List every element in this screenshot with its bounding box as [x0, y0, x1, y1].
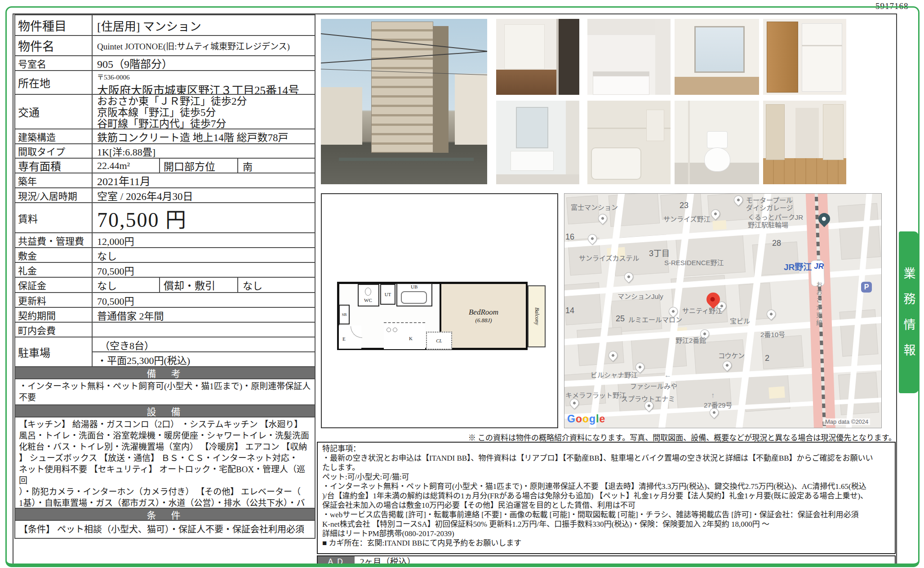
parking-availability: （空き8台）	[93, 337, 315, 352]
photo-corridor	[763, 101, 846, 184]
section-header-remarks: 備 考	[15, 367, 315, 379]
parking-fee: ・平面25,300円(税込)	[93, 352, 315, 367]
row-value: 905（9階部分）	[93, 56, 315, 70]
toilet-bowl	[704, 147, 730, 172]
table-row: 敷金 なし	[15, 248, 315, 263]
row-label: 償却・敷引	[160, 278, 238, 292]
ad-row: ＡＤ 2ヶ月（税込）	[317, 555, 896, 566]
door-arc	[351, 326, 362, 338]
disclaimer-note: ※ この資料は物件の概略紹介資料になります。写真、間取図面、設備、概要などが現況…	[321, 431, 896, 443]
access-line: 京阪本線「野江」徒歩5分	[97, 107, 310, 118]
section-remarks: ・インターネット無料・ペット飼育可(小型犬・猫1匹まで)・原則連帯保証人 不要	[15, 379, 315, 405]
floor-plan-ut: UT	[380, 284, 395, 305]
row-label: 礼金	[15, 263, 93, 277]
row-label: 交通	[15, 95, 93, 129]
map-label: モータープール ダイシガレージ	[746, 196, 793, 212]
map-label: 2番10号	[760, 331, 785, 338]
row-label: 更新料	[15, 293, 93, 307]
table-row: 物件名 Quintet JOTONOE(旧:サムティ城東野江レジデンス)	[15, 36, 315, 56]
row-label: 開口部方位	[160, 159, 238, 173]
floor-plan-sb: SB	[339, 305, 350, 324]
floor-plan-ub: UB	[396, 283, 432, 306]
ad-value: 2ヶ月（税込）	[355, 556, 895, 565]
table-row-parking: 駐車場 （空き8台） ・平面25,300円(税込)	[15, 337, 315, 367]
table-row: 共益費・管理費 12,000円	[15, 233, 315, 248]
photo-building-exterior	[321, 19, 487, 184]
document-number: 5917168	[875, 1, 909, 11]
mirror	[516, 107, 548, 148]
photo-kitchen	[587, 19, 671, 95]
stove-icon	[393, 328, 397, 332]
row-value: 1K[洋:6.88畳]	[93, 144, 315, 158]
row-label: 物件名	[15, 36, 93, 55]
row-label: 築年	[15, 173, 93, 187]
floor-plan-bedroom: BedRoom (6.88J)	[440, 284, 526, 348]
map-label: 2	[765, 354, 769, 363]
row-label: 建築構造	[15, 129, 93, 143]
map-label: 27番29号	[704, 401, 732, 409]
table-row: 礼金 70,500円	[15, 263, 315, 278]
photo-living-room	[675, 19, 759, 95]
map-label: 3丁目	[649, 247, 670, 258]
floor-plan-balcony: Balcony	[528, 285, 546, 347]
map-label: 野江2番館	[675, 337, 706, 344]
row-value: 空室 / 2026年4月30日	[93, 188, 315, 202]
bedroom-size-label: (6.88J)	[475, 317, 492, 324]
table-row: 建築構造 鉄筋コンクリート造 地上14階 総戸数78戸	[15, 129, 315, 144]
road-arrow-icon: ↑	[711, 391, 715, 399]
row-label: 敷金	[15, 248, 93, 262]
row-label: 物件種目	[15, 15, 93, 35]
section-equipment: 【キッチン】 給湯器・ガスコンロ（2口） ・システムキッチン 【水廻り】 風呂・…	[15, 417, 315, 509]
section-conditions: 【条件】 ペット相談（小型犬、猫可）・保証人不要・保証会社利用必須	[15, 521, 315, 538]
table-row-rent: 賃料 70,500 円	[15, 203, 315, 233]
access-line: おおさか東「ＪＲ野江」徒歩2分	[97, 96, 310, 107]
map-label: マンションJuly	[617, 293, 663, 300]
map-label: サンライズカステル	[579, 254, 640, 262]
table-row: 物件種目 [住居用] マンション	[15, 15, 315, 36]
row-label: 賃料	[15, 203, 93, 232]
row-label: 専有面積	[15, 159, 93, 173]
row-value: [住居用] マンション	[93, 15, 315, 35]
balcony-label: Balcony	[533, 307, 540, 325]
table-row: 間取タイプ 1K[洋:6.88畳]	[15, 144, 315, 159]
row-value	[93, 323, 315, 337]
map-pin-parking: P	[861, 282, 872, 293]
table-row: 現況/入居時期 空室 / 2026年4月30日	[15, 188, 315, 203]
table-row: 所在地 〒536-0006 大阪府大阪市城東区野江３丁目25番14号	[15, 71, 315, 95]
row-value: Quintet JOTONOE(旧:サムティ城東野江レジデンス)	[93, 36, 315, 55]
row-value: 12,000円	[93, 233, 315, 247]
row-value: なし	[238, 278, 315, 292]
map-attribution: Map data ©2024	[823, 418, 870, 425]
map-label: くるっとパークJR 野江駅駐輪場	[748, 213, 803, 229]
table-row: 町内会費	[15, 323, 315, 337]
table-row: 専有面積 22.44m² 開口部方位 南	[15, 159, 315, 173]
row-label: 間取タイプ	[15, 144, 93, 158]
map-label: 14	[565, 306, 574, 315]
jr-logo: JR	[814, 262, 824, 271]
station-label: JR野江JR	[784, 260, 824, 272]
row-value: 70,500円	[93, 293, 315, 307]
table-row: 保証金 なし 償却・敷引 なし	[15, 278, 315, 293]
postal-code: 〒536-0006	[97, 72, 310, 81]
row-value: 70,500円	[93, 263, 315, 277]
property-sheet: 物件種目 [住居用] マンション 物件名 Quintet JOTONOE(旧:サ…	[13, 13, 897, 565]
row-value: 普通借家 2年間	[93, 308, 315, 322]
table-row: 築年 2021年11月	[15, 173, 315, 188]
photo-toilet	[675, 101, 759, 184]
rail-line-label: おおさか東線	[814, 281, 823, 327]
table-row: 契約期間 普通借家 2年間	[15, 308, 315, 323]
bathtub-icon	[401, 291, 427, 304]
closet-door	[767, 22, 798, 93]
table-row: 号室名 905（9階部分）	[15, 56, 315, 71]
table-row: 交通 おおさか東「ＪＲ野江」徒歩2分 京阪本線「野江」徒歩5分 谷町線「野江内代…	[15, 95, 315, 129]
floor-plan-closet: CL	[426, 332, 452, 350]
toilet-icon	[365, 288, 371, 296]
photo-washroom	[496, 101, 579, 184]
photo-entrance	[496, 19, 579, 95]
map-label: S-RESIDENCE野江	[664, 259, 724, 266]
row-value: 2021年11月	[93, 173, 315, 187]
row-label: 保証金	[15, 278, 93, 292]
map-label: 16	[565, 232, 574, 242]
photo-closet	[763, 19, 846, 95]
photo-bathroom	[587, 101, 671, 184]
